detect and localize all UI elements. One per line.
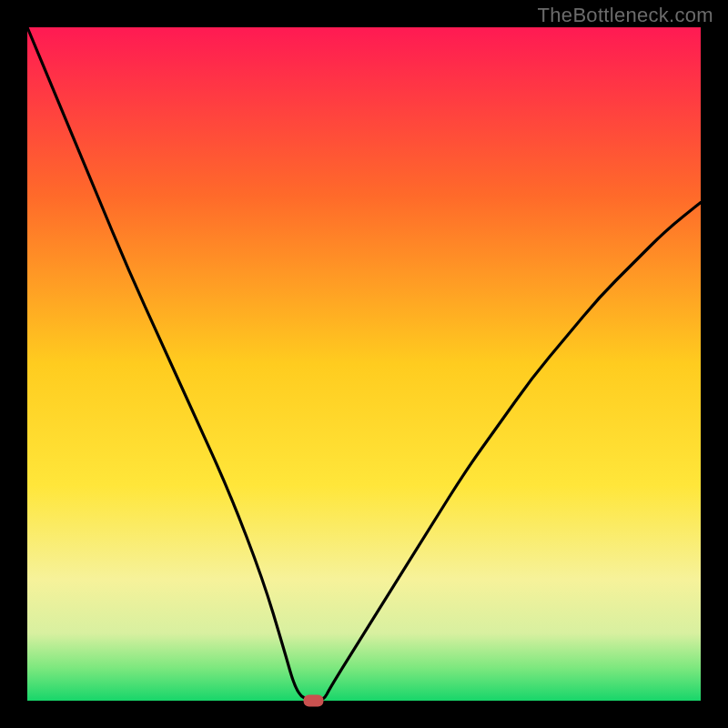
watermark-text: TheBottleneck.com (538, 4, 713, 27)
bottleneck-chart (0, 0, 728, 728)
plot-background (27, 27, 701, 701)
optimal-marker (304, 695, 324, 707)
chart-frame: TheBottleneck.com (0, 0, 728, 728)
